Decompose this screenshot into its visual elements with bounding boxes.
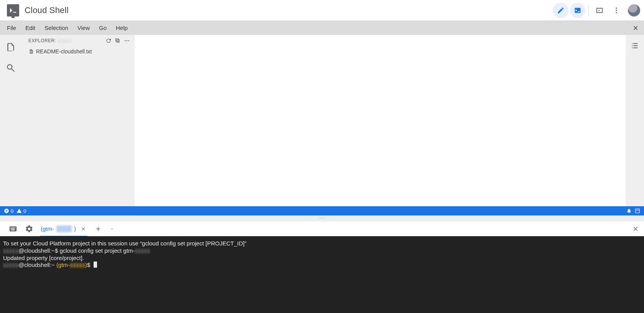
explorer-more-button[interactable] [122, 36, 132, 45]
more-button[interactable] [609, 3, 624, 18]
right-gutter [626, 35, 644, 206]
terminal-tab[interactable]: (gtm-▮▮▮▮▮) [40, 222, 87, 237]
svg-point-2 [616, 12, 617, 13]
terminal[interactable]: To set your Cloud Platform project in th… [0, 236, 644, 313]
notifications-button[interactable] [626, 208, 632, 214]
terminal-tab-close-button[interactable] [80, 225, 87, 232]
editor-area: EXPLORER: ▮▮▮▮▮ README-cloudshell.txt [0, 35, 644, 206]
cloud-shell-logo-icon [7, 4, 19, 17]
file-name: README-cloudshell.txt [36, 48, 92, 55]
separator [588, 5, 589, 16]
app-title: Cloud Shell [25, 5, 69, 15]
edit-button[interactable] [553, 3, 568, 18]
search-tab-button[interactable] [4, 61, 18, 75]
error-count: 0 [11, 208, 13, 214]
top-bar: Cloud Shell [0, 0, 644, 21]
close-editor-button[interactable] [631, 23, 640, 33]
activity-bar [0, 35, 21, 206]
settings-button[interactable] [24, 224, 35, 234]
menu-help[interactable]: Help [111, 22, 132, 33]
drag-dots-icon: ⋯ [319, 215, 325, 221]
refresh-button[interactable] [104, 36, 113, 45]
menu-file[interactable]: File [2, 22, 21, 33]
file-item[interactable]: README-cloudshell.txt [21, 46, 135, 56]
new-terminal-button[interactable] [93, 224, 104, 234]
preview-button[interactable] [592, 3, 607, 18]
avatar[interactable] [628, 4, 640, 17]
terminal-line: To set your Cloud Platform project in th… [3, 240, 641, 247]
menu-view[interactable]: View [73, 22, 94, 33]
outline-button[interactable] [629, 40, 640, 51]
resize-handle[interactable]: ⋯ [0, 215, 644, 221]
new-terminal-dropdown[interactable] [109, 224, 115, 234]
explorer-panel: EXPLORER: ▮▮▮▮▮ README-cloudshell.txt [21, 35, 135, 206]
svg-point-5 [128, 40, 129, 41]
terminal-line: Updated property [core/project]. [3, 255, 641, 262]
svg-point-4 [127, 40, 128, 41]
keyboard-button[interactable] [8, 224, 18, 234]
menu-bar: File Edit Selection View Go Help [0, 21, 644, 35]
menu-selection[interactable]: Selection [40, 22, 73, 33]
terminal-tab-prefix: (gtm- [41, 225, 54, 232]
status-bar: 0 0 [0, 206, 644, 215]
explorer-tab-button[interactable] [4, 40, 18, 54]
menu-edit[interactable]: Edit [21, 22, 40, 33]
terminal-prompt: ▮▮▮▮▮@cloudshell:~ (gtm-▮▮▮▮▮)$ [3, 262, 641, 269]
layout-button[interactable] [635, 208, 640, 214]
status-errors[interactable]: 0 [4, 208, 13, 214]
menu-go[interactable]: Go [94, 22, 111, 33]
explorer-label: EXPLORER: [28, 38, 56, 43]
collapse-button[interactable] [113, 36, 122, 45]
file-icon [28, 49, 34, 54]
svg-point-0 [616, 7, 617, 8]
terminal-button[interactable] [570, 3, 585, 18]
editor-canvas[interactable] [135, 35, 626, 206]
terminal-tab-suffix: ) [74, 225, 76, 232]
close-terminal-button[interactable] [630, 224, 641, 234]
status-warnings[interactable]: 0 [16, 208, 26, 214]
terminal-line: ▮▮▮▮▮@cloudshell:~$ gcloud config set pr… [3, 247, 641, 255]
terminal-tab-project: ▮▮▮▮▮ [56, 225, 72, 232]
explorer-project-name: ▮▮▮▮▮ [58, 38, 72, 43]
svg-point-3 [125, 40, 126, 41]
explorer-header: EXPLORER: ▮▮▮▮▮ [21, 35, 135, 46]
warning-count: 0 [23, 208, 26, 214]
cursor-icon [94, 262, 97, 268]
terminal-tab-bar: (gtm-▮▮▮▮▮) [0, 221, 644, 236]
svg-point-1 [616, 10, 617, 11]
